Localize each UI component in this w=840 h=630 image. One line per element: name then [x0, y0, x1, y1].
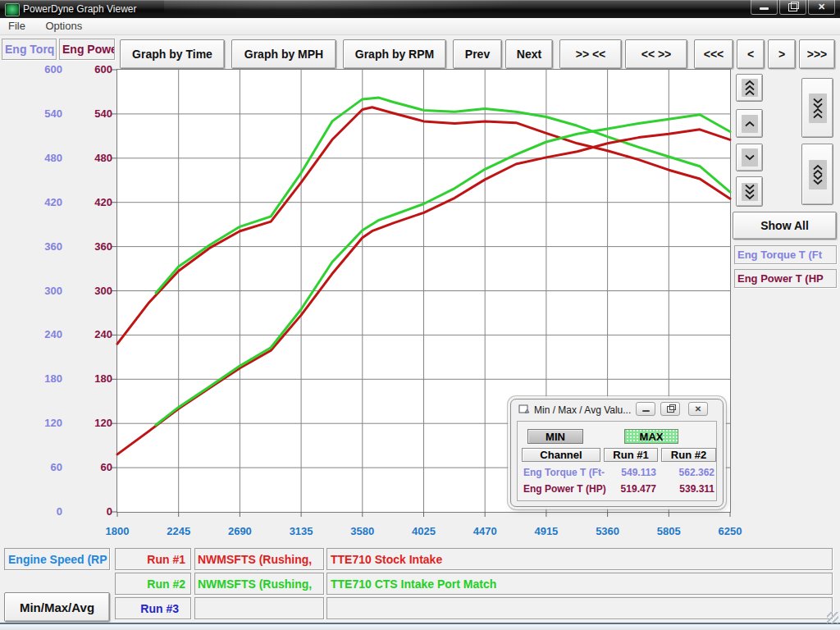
run2-file-box: NWMSFTS (Rushing, — [194, 573, 324, 595]
minmax-window-icon[interactable] — [518, 404, 530, 414]
resize-grip[interactable] — [827, 612, 838, 623]
minmax-values-window: Min / Max / Avg Valu... ✕ MIN MAX Channe… — [510, 399, 724, 507]
triple-chevron-down-icon — [742, 183, 758, 201]
min-max-avg-button[interactable]: Min/Max/Avg — [4, 592, 110, 622]
row-torque-run2-value: 562.362 — [660, 467, 714, 478]
scroll-left-button[interactable]: < — [737, 39, 765, 69]
scroll-right-button[interactable]: > — [768, 39, 796, 69]
minmax-body: MIN MAX Channel Run #1 Run #2 Eng Torque… — [517, 421, 717, 501]
window-title: PowerDyne Graph Viewer — [23, 3, 137, 15]
y-channel-power-box[interactable]: Eng Powe — [59, 39, 115, 60]
chevrons-outward-icon — [809, 160, 827, 189]
scroll-far-right-button[interactable]: >>> — [799, 39, 835, 69]
scale-bottom-button[interactable] — [736, 176, 763, 207]
show-all-button[interactable]: Show All — [733, 212, 837, 240]
header-run1: Run #1 — [604, 448, 658, 462]
run2-label: Run #2 — [115, 573, 191, 595]
run3-label: Run #3 — [115, 597, 191, 619]
run1-file-box: NWMSFTS (Rushing, — [194, 548, 324, 570]
run3-desc-box — [326, 597, 833, 619]
header-channel: Channel — [522, 448, 600, 462]
scale-up-button[interactable] — [736, 109, 763, 138]
chevron-up-icon — [742, 115, 758, 133]
channel-torque-label[interactable]: Eng Torque T (Ft — [734, 245, 837, 264]
max-tab-button[interactable]: MAX — [624, 429, 678, 444]
window-bottom-border — [0, 623, 840, 630]
run1-desc-box: TTE710 Stock Intake — [326, 548, 833, 570]
channel-power-label[interactable]: Eng Power T (HP — [734, 269, 837, 288]
graph-by-time-button[interactable]: Graph by Time — [120, 39, 225, 69]
scale-contract-button[interactable] — [801, 78, 833, 138]
zoom-out-x-button[interactable]: << >> — [625, 39, 687, 69]
run2-desc-box: TTE710 CTS Intake Port Match — [326, 573, 833, 595]
graph-by-rpm-button[interactable]: Graph by RPM — [343, 39, 446, 69]
y-channel-torque-box[interactable]: Eng Torq — [2, 39, 57, 60]
restore-icon — [788, 3, 797, 11]
triple-chevron-up-icon — [742, 79, 758, 97]
minmax-minimize-button[interactable] — [636, 402, 655, 416]
restore-button[interactable] — [779, 0, 806, 15]
row-torque-channel: Eng Torque T (Ft- — [523, 467, 605, 478]
minmax-restore-button[interactable] — [660, 402, 680, 416]
scale-down-button[interactable] — [736, 144, 763, 171]
zoom-in-x-button[interactable]: >> << — [559, 39, 622, 69]
menu-options[interactable]: Options — [37, 18, 90, 32]
scale-top-button[interactable] — [736, 74, 763, 102]
minmax-window-title: Min / Max / Avg Valu... — [534, 404, 631, 416]
row-power-run1-value: 519.477 — [602, 483, 656, 495]
row-power-run2-value: 539.311 — [660, 483, 714, 495]
app-icon[interactable] — [5, 3, 20, 16]
minimize-icon — [642, 410, 650, 412]
run3-file-box — [194, 597, 324, 619]
graph-by-mph-button[interactable]: Graph by MPH — [231, 39, 336, 69]
close-button[interactable]: ✕ — [808, 0, 835, 15]
prev-button[interactable]: Prev — [453, 39, 502, 69]
run1-label: Run #1 — [115, 548, 191, 570]
next-button[interactable]: Next — [505, 39, 553, 69]
scale-expand-button[interactable] — [801, 144, 833, 205]
header-run2: Run #2 — [661, 448, 716, 462]
row-torque-run1-value: 549.113 — [602, 467, 656, 478]
minimize-button[interactable] — [751, 0, 778, 15]
close-icon: ✕ — [818, 2, 825, 11]
restore-icon — [667, 406, 674, 413]
scroll-far-left-button[interactable]: <<< — [694, 39, 733, 69]
chevron-down-icon — [742, 148, 758, 167]
row-power-channel: Eng Power T (HP) — [523, 483, 606, 495]
minmax-close-button[interactable]: ✕ — [688, 402, 708, 416]
menu-bar: File Options — [0, 18, 840, 35]
close-icon: ✕ — [695, 405, 701, 413]
x-channel-speed-box[interactable]: Engine Speed (RP — [4, 548, 110, 570]
min-tab-button[interactable]: MIN — [527, 429, 583, 444]
titlebar-glass-sheen — [164, 0, 574, 18]
minimize-icon — [760, 7, 769, 10]
menu-file[interactable]: File — [0, 18, 34, 32]
chevrons-inward-icon — [809, 94, 827, 123]
powerdyne-window: PowerDyne Graph Viewer ✕ File Options En… — [0, 0, 840, 630]
title-bar: PowerDyne Graph Viewer ✕ — [0, 0, 840, 18]
